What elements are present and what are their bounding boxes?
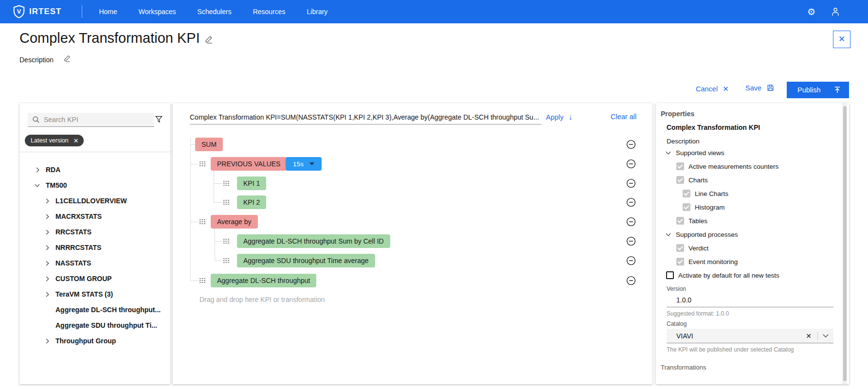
tree-item-nasstats[interactable]: NASSTATS [19,255,163,271]
cancel-button[interactable]: Cancel ✕ [696,85,729,93]
properties-header: Properties [661,110,849,118]
brand-logo[interactable]: V IRTEST [13,5,61,18]
tree-item-custom-group[interactable]: CUSTOM GROUP [19,271,163,286]
settings-gear-icon[interactable]: ⚙ [807,7,815,17]
checkbox-event-monitoring[interactable]: Event monitoring [676,255,849,268]
kpi-block-kpi1[interactable]: KPI 1 [237,177,266,190]
chevron-down-icon[interactable] [33,181,41,189]
checkbox-active-measurements-counters[interactable]: Active measurements counters [676,159,849,173]
remove-block-icon[interactable] [626,256,636,265]
transformations-label: Transformations [661,364,849,371]
checkbox-histogram[interactable]: Histogram [683,200,849,214]
nav-item-workspaces[interactable]: Workspaces [139,8,176,16]
drag-handle[interactable] [223,258,230,263]
kpi-block-agg-dlsch-sum-by-cellid[interactable]: Aggregate DL-SCH throughput Sum by Cell … [237,234,390,248]
chevron-right-icon[interactable] [43,197,51,205]
clear-catalog-icon[interactable]: ✕ [800,332,817,340]
drag-handle[interactable] [223,238,230,244]
checkbox-checked-icon[interactable] [683,190,690,197]
chevron-right-icon[interactable] [43,244,51,251]
section-supported-views[interactable]: Supported views [667,146,849,159]
chevron-right-icon[interactable] [43,337,51,345]
checkbox-checked-icon[interactable] [676,176,684,184]
remove-block-icon[interactable] [626,140,636,149]
remove-block-icon[interactable] [626,178,636,188]
brand-name: IRTEST [29,7,61,17]
catalog-selected-value: VIAVI [667,332,800,340]
tree-item-nrrrcstats[interactable]: NRRRCSTATS [19,240,163,255]
tree-item-macrxstats[interactable]: MACRXSTATS [19,209,163,224]
tree-connector-line [190,222,199,222]
version-input[interactable] [667,293,833,307]
section-supported-processes[interactable]: Supported processes [667,228,849,241]
drag-handle[interactable] [223,199,230,205]
drag-handle[interactable] [199,161,206,166]
tree-item-rda[interactable]: RDA [19,162,163,177]
tree-item-rrcstats[interactable]: RRCSTATS [19,224,163,240]
apply-button[interactable]: Apply ↓ [546,113,572,122]
checkbox-line-charts[interactable]: Line Charts [683,187,849,200]
chevron-down-icon[interactable] [823,332,828,337]
publish-button[interactable]: Publish [787,82,849,98]
remove-block-icon[interactable] [626,236,636,246]
clear-all-button[interactable]: Clear all [611,113,636,121]
nav-item-resources[interactable]: Resources [253,8,286,16]
remove-filter-icon[interactable]: ✕ [73,137,79,144]
chevron-right-icon[interactable] [43,290,51,298]
drag-handle[interactable] [223,180,230,186]
catalog-select[interactable]: VIAVI ✕ [667,329,833,343]
tree-item-aggregate-dlsch-throughput[interactable]: Aggregate DL-SCH throughput... [19,302,163,318]
checkbox-verdict[interactable]: Verdict [676,241,849,255]
checkbox-tables[interactable]: Tables [676,214,849,228]
search-box [28,113,154,127]
search-input[interactable] [44,116,154,124]
transform-block-previous-values[interactable]: PREVIOUS VALUES [211,157,287,171]
tree-item-aggregate-sdu-throughput[interactable]: Aggregate SDU throughput Ti... [19,318,163,333]
tree-connector-line [190,138,191,281]
remove-block-icon[interactable] [626,276,636,285]
drop-zone-hint[interactable]: Drag and drop here KPI or transformation [199,296,325,303]
drag-handle[interactable] [199,278,206,283]
formula-bar[interactable]: Complex Transformation KPI=SUM(NASSTATS(… [190,110,542,124]
remove-block-icon[interactable] [626,159,636,169]
edit-title-icon[interactable] [204,35,213,44]
transform-block-average-by[interactable]: Average by [211,215,258,229]
chevron-right-icon[interactable] [33,166,41,174]
chevron-right-icon[interactable] [43,228,51,236]
checkbox-unchecked-icon[interactable] [666,271,674,279]
filter-funnel-icon[interactable] [155,115,163,124]
kpi-block-agg-dlsch-throughput[interactable]: Aggregate DL-SCH throughput [211,274,316,287]
save-floppy-icon [766,84,775,92]
tree-item-tm500[interactable]: TM500 [19,177,163,193]
checkbox-checked-icon[interactable] [683,203,690,211]
edit-description-icon[interactable] [63,54,71,62]
checkbox-activate-by-default[interactable]: Activate by default for all new tests [666,268,849,282]
nav-item-schedulers[interactable]: Schedulers [198,8,232,16]
chevron-right-icon[interactable] [43,275,51,283]
remove-block-icon[interactable] [626,217,636,227]
user-profile-icon[interactable] [830,6,841,17]
save-button[interactable]: Save [745,84,775,92]
drag-handle[interactable] [199,219,206,224]
transform-block-sum[interactable]: SUM [195,138,223,151]
chevron-right-icon[interactable] [43,212,51,220]
tree-item-l1celldloverview[interactable]: L1CELLDLOVERVIEW [19,193,163,209]
tree-item-teravm-stats[interactable]: TeraVM STATS (3) [19,286,163,302]
chevron-right-icon[interactable] [43,259,51,267]
svg-text:V: V [17,8,21,15]
properties-scrollbar[interactable] [843,106,847,381]
kpi-block-agg-sdu-time-average[interactable]: Aggregate SDU throughput Time average [237,254,375,267]
interval-dropdown[interactable]: 15s [286,157,322,171]
tree-item-throughput-group[interactable]: Throughput Group [19,333,163,349]
remove-block-icon[interactable] [626,197,636,207]
nav-item-library[interactable]: Library [307,8,328,16]
checkbox-checked-icon[interactable] [676,258,684,265]
checkbox-checked-icon[interactable] [676,244,684,252]
tree-connector-line [214,171,214,202]
nav-item-home[interactable]: Home [99,8,117,16]
kpi-block-kpi2[interactable]: KPI 2 [237,195,266,209]
checkbox-charts[interactable]: Charts [676,173,849,187]
close-editor-button[interactable]: ✕ [833,31,850,48]
checkbox-checked-icon[interactable] [676,217,684,225]
checkbox-checked-icon[interactable] [676,162,684,170]
